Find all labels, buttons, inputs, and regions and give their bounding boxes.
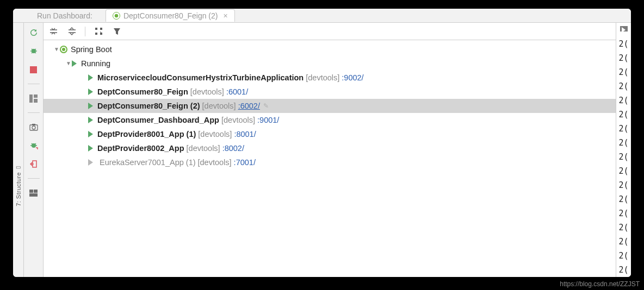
spring-boot-icon bbox=[60, 46, 67, 53]
structure-tool-window-button[interactable]: ▭ 7: Structure bbox=[13, 23, 24, 277]
tree-row[interactable]: DeptConsumer80_Feign[devtools]:6001/ bbox=[44, 85, 616, 99]
devtools-tag: [devtools] bbox=[221, 113, 255, 127]
svg-rect-10 bbox=[34, 190, 38, 193]
devtools-tag: [devtools] bbox=[306, 71, 339, 85]
svg-rect-7 bbox=[32, 124, 35, 125]
run-configurations-tree[interactable]: ▼ Spring Boot▼ RunningMicroservicecloudC… bbox=[44, 40, 616, 277]
group-by-icon[interactable] bbox=[93, 26, 104, 37]
config-name: DeptProvider8001_App (1) bbox=[97, 127, 196, 141]
rerun-icon[interactable] bbox=[28, 27, 39, 38]
collapse-all-icon[interactable] bbox=[66, 26, 77, 37]
svg-rect-4 bbox=[34, 99, 38, 103]
devtools-tag: [devtools] bbox=[187, 141, 220, 155]
config-name: EurekaServer7001_App (1) bbox=[100, 155, 196, 169]
tree-row[interactable]: DeptProvider8001_App (1)[devtools]:8001/ bbox=[44, 127, 616, 141]
scroll-to-end-icon[interactable] bbox=[620, 26, 628, 31]
run-icon bbox=[88, 117, 93, 123]
log-line-fragment: 2( bbox=[618, 220, 628, 235]
run-icon bbox=[88, 74, 93, 81]
run-config-tab[interactable]: DeptConsumer80_Feign (2) × bbox=[106, 9, 235, 22]
port-link[interactable]: :7001/ bbox=[234, 155, 256, 169]
tree-row[interactable]: ▼ Running bbox=[44, 56, 616, 71]
log-line-fragment: 2( bbox=[618, 263, 628, 277]
svg-rect-15 bbox=[100, 33, 102, 35]
log-line-fragment: 2( bbox=[618, 79, 628, 93]
ide-window: Run Dashboard: DeptConsumer80_Feign (2) … bbox=[13, 9, 631, 277]
log-line-fragment: 2( bbox=[618, 206, 628, 220]
tab-label: DeptConsumer80_Feign (2) bbox=[123, 11, 218, 20]
expand-all-icon[interactable] bbox=[48, 26, 59, 37]
expand-toggle-icon[interactable]: ▼ bbox=[53, 42, 60, 56]
tree-row[interactable]: MicroservicecloudConsumerHystrixTurbineA… bbox=[44, 71, 616, 85]
config-name: DeptConsumer_Dashboard_App bbox=[97, 113, 219, 127]
svg-rect-12 bbox=[95, 28, 97, 30]
close-icon[interactable]: × bbox=[223, 11, 227, 20]
run-icon bbox=[88, 131, 93, 137]
log-line-fragment: 2( bbox=[618, 108, 628, 122]
log-line-fragment: 2( bbox=[618, 65, 628, 79]
layout-icon[interactable] bbox=[28, 93, 39, 104]
log-line-fragment: 2( bbox=[618, 150, 628, 164]
log-line-fragment: 2( bbox=[618, 136, 628, 150]
svg-rect-9 bbox=[29, 190, 33, 193]
port-link[interactable]: :6001/ bbox=[226, 85, 248, 99]
svg-point-6 bbox=[32, 126, 35, 129]
tab-bar: Run Dashboard: DeptConsumer80_Feign (2) … bbox=[13, 9, 631, 23]
watermark: https://blog.csdn.net/ZZJST bbox=[560, 280, 640, 288]
port-link[interactable]: :9001/ bbox=[257, 113, 279, 127]
log-line-fragment: 2( bbox=[618, 37, 628, 51]
filter-icon[interactable] bbox=[112, 26, 122, 37]
console-panel-edge: 2(2(2(2(2(2(2(2(2(2(2(2(2(2(2(2(2( bbox=[616, 23, 631, 277]
port-link[interactable]: :9002/ bbox=[342, 71, 363, 85]
camera-icon[interactable] bbox=[28, 122, 39, 133]
run-icon bbox=[88, 103, 93, 109]
run-icon bbox=[72, 60, 77, 67]
stop-icon[interactable] bbox=[28, 64, 39, 75]
config-name: DeptProvider8002_App bbox=[97, 141, 184, 155]
expand-toggle-icon[interactable]: ▼ bbox=[65, 56, 72, 71]
structure-label: 7: Structure bbox=[15, 172, 22, 206]
devtools-tag: [devtools] bbox=[202, 99, 236, 113]
log-line-fragment: 2( bbox=[618, 178, 628, 192]
tree-row[interactable]: EurekaServer7001_App (1)[devtools]:7001/ bbox=[44, 155, 616, 169]
port-link[interactable]: :8002/ bbox=[222, 141, 244, 155]
exit-icon[interactable] bbox=[28, 159, 39, 169]
run-icon bbox=[88, 145, 93, 152]
devtools-tag: [devtools] bbox=[198, 155, 232, 169]
config-name: DeptConsumer80_Feign (2) bbox=[97, 99, 200, 113]
tree-root-label: Spring Boot bbox=[71, 42, 112, 56]
log-line-fragment: 2( bbox=[618, 192, 628, 206]
svg-rect-14 bbox=[100, 28, 102, 30]
tree-row[interactable]: ▼ Spring Boot bbox=[44, 42, 616, 56]
log-line-fragment: 2( bbox=[618, 93, 628, 108]
devtools-tag: [devtools] bbox=[198, 127, 232, 141]
tree-toolbar bbox=[44, 23, 616, 40]
log-line-fragment: 2( bbox=[618, 235, 628, 249]
svg-rect-2 bbox=[29, 94, 33, 103]
edit-icon[interactable]: ✎ bbox=[263, 99, 269, 113]
layout-settings-icon[interactable] bbox=[28, 187, 39, 198]
config-name: MicroservicecloudConsumerHystrixTurbineA… bbox=[97, 71, 304, 85]
log-line-fragment: 2( bbox=[618, 122, 628, 136]
log-line-fragment: 2( bbox=[618, 164, 628, 178]
log-line-fragment: 2( bbox=[618, 249, 628, 263]
log-line-fragment: 2( bbox=[618, 51, 628, 65]
port-link[interactable]: :6002/ bbox=[238, 99, 260, 113]
config-name: DeptConsumer80_Feign bbox=[97, 85, 188, 99]
tree-row[interactable]: DeptConsumer_Dashboard_App[devtools]:900… bbox=[44, 113, 616, 127]
run-dashboard-gutter bbox=[24, 23, 44, 277]
svg-rect-11 bbox=[29, 193, 38, 197]
rerun-debug-icon[interactable] bbox=[28, 140, 39, 151]
spring-boot-icon bbox=[113, 12, 120, 20]
tree-row[interactable]: DeptProvider8002_App[devtools]:8002/ bbox=[44, 141, 616, 155]
run-icon bbox=[88, 159, 93, 166]
svg-rect-3 bbox=[34, 94, 38, 98]
tree-row[interactable]: DeptConsumer80_Feign (2)[devtools]:6002/… bbox=[44, 99, 616, 113]
dashboard-title: Run Dashboard: bbox=[37, 11, 92, 20]
running-group-label: Running bbox=[81, 56, 110, 71]
run-icon bbox=[88, 89, 93, 95]
port-link[interactable]: :8001/ bbox=[234, 127, 256, 141]
devtools-tag: [devtools] bbox=[190, 85, 224, 99]
svg-rect-1 bbox=[30, 66, 37, 73]
debug-icon[interactable] bbox=[28, 46, 39, 56]
